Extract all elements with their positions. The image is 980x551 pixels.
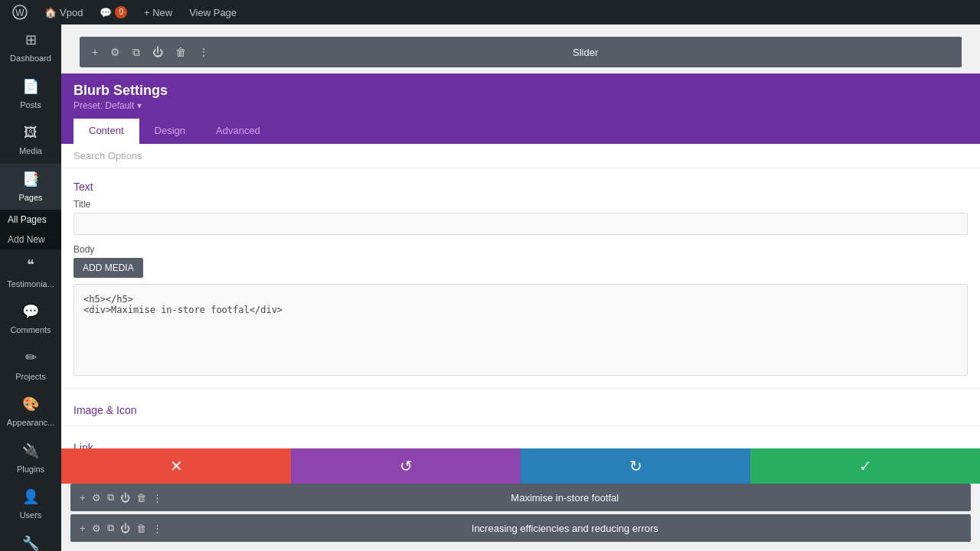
sidebar-item-label: Users [20,510,42,521]
undo-button[interactable]: ↺ [291,448,521,484]
sidebar-item-media[interactable]: 🖼 Media [0,117,61,164]
site-name-button[interactable]: 🏠 Vpod [38,0,89,24]
module-row-0-label: Maximise in-store footfal [168,492,962,504]
image-icon-section-header: Image & Icon [61,392,980,422]
settings-slider-icon[interactable]: ⚙ [107,44,123,60]
media-icon: 🖼 [24,123,38,142]
section-divider-2 [61,425,980,426]
sidebar-item-appearance[interactable]: 🎨 Appearanc... [0,389,61,435]
redo-icon: ↻ [629,457,642,475]
sidebar-item-label: Posts [20,99,41,111]
posts-icon: 📄 [22,77,39,96]
search-options: Search Options [61,144,980,168]
link-section-header: Link [61,429,980,448]
duplicate-module-1-icon[interactable]: ⧉ [107,522,114,534]
projects-icon: ✏ [25,348,37,367]
new-button[interactable]: + New [138,0,178,24]
redo-button[interactable]: ↻ [521,448,750,484]
module-row-1: + ⚙ ⧉ ⏻ 🗑 ⋮ Increasing efficiencies and … [70,514,971,542]
dashboard-icon: ⊞ [25,31,37,50]
delete-module-0-icon[interactable]: 🗑 [136,492,146,504]
settings-panel: Blurb Settings Preset: Default ▾ Content… [61,73,980,484]
delete-module-1-icon[interactable]: 🗑 [136,523,146,534]
sidebar-item-dashboard[interactable]: ⊞ Dashboard [0,24,61,71]
view-page-button[interactable]: View Page [183,0,243,24]
body-field-group: Body ADD MEDIA <h5></h5><div>Maximise in… [61,244,980,385]
sidebar-sub-add-new[interactable]: Add New [0,230,61,249]
settings-module-0-icon[interactable]: ⚙ [92,492,101,504]
sidebar-item-comments[interactable]: 💬 Comments [0,296,61,343]
sidebar-item-pages[interactable]: 📑 Pages [0,164,61,210]
slider-bar-label: Slider [218,47,952,58]
comment-icon: 💬 [100,7,112,18]
save-button[interactable]: ✓ [750,448,980,484]
more-module-0-icon[interactable]: ⋮ [152,492,162,504]
body-code-area[interactable]: <h5></h5><div>Maximise in-store footfal<… [74,284,968,376]
toggle-module-1-icon[interactable]: ⏻ [120,523,130,534]
tab-advanced[interactable]: Advanced [201,119,276,144]
module-row-0: + ⚙ ⧉ ⏻ 🗑 ⋮ Maximise in-store footfal [70,484,971,511]
house-icon: 🏠 [44,7,57,18]
undo-icon: ↺ [400,457,413,475]
more-slider-icon[interactable]: ⋮ [195,44,212,60]
duplicate-slider-icon[interactable]: ⧉ [129,44,143,60]
toggle-module-0-icon[interactable]: ⏻ [120,492,130,504]
settings-module-1-icon[interactable]: ⚙ [92,523,101,534]
toggle-slider-icon[interactable]: ⏻ [149,44,166,60]
sidebar-item-testimonials[interactable]: ❝ Testimonia... [0,249,61,296]
admin-bar: W 🏠 Vpod 💬 0 + New View Page [0,0,980,24]
section-divider-1 [61,388,980,389]
testimonials-icon: ❝ [27,256,34,275]
sidebar-sub-pages: All Pages Add New [0,210,61,249]
sidebar-item-label: Projects [15,371,46,383]
title-label: Title [74,199,968,210]
add-module-1-icon[interactable]: + [80,523,86,534]
tab-design[interactable]: Design [139,119,201,144]
sidebar-item-posts[interactable]: 📄 Posts [0,71,61,118]
duplicate-module-0-icon[interactable]: ⧉ [107,491,114,504]
action-bar: ✕ ↺ ↻ ✓ [61,448,980,484]
delete-slider-icon[interactable]: 🗑 [172,44,189,60]
sidebar-sub-all-pages[interactable]: All Pages [0,210,61,230]
svg-text:W: W [15,8,24,18]
plugins-icon: 🔌 [22,442,39,461]
sidebar-item-label: Pages [18,192,42,204]
tools-icon: 🔧 [22,534,39,551]
title-field-group: Title [61,199,980,244]
cancel-icon: ✕ [170,457,183,475]
sidebar-item-tools[interactable]: 🔧 Tools [0,528,61,551]
panel-tabs: Content Design Advanced [74,119,968,144]
title-input[interactable] [74,213,968,235]
panel-preset[interactable]: Preset: Default ▾ [74,100,968,111]
sidebar-item-label: Plugins [17,464,44,475]
text-section-header: Text [61,168,980,199]
panel-title: Blurb Settings [74,83,968,99]
add-slider-icon[interactable]: + [89,44,101,60]
sidebar-item-plugins[interactable]: 🔌 Plugins [0,435,61,482]
sidebar: ⊞ Dashboard 📄 Posts 🖼 Media 📑 Pages All … [0,24,61,551]
sidebar-item-users[interactable]: 👤 Users [0,481,61,528]
add-module-0-icon[interactable]: + [80,492,86,504]
main-content: + ⚙ ⧉ ⏻ 🗑 ⋮ Slider Blurb Settings Preset… [61,24,980,551]
comments-button[interactable]: 💬 0 [93,0,133,24]
body-label: Body [74,244,968,255]
sidebar-item-label: Dashboard [10,53,51,64]
slider-bar: + ⚙ ⧉ ⏻ 🗑 ⋮ Slider [80,37,962,67]
module-row-1-label: Increasing efficiencies and reducing err… [168,523,962,534]
sidebar-item-label: Appearanc... [7,417,54,429]
appearance-icon: 🎨 [22,395,39,414]
pages-icon: 📑 [22,170,39,189]
wp-logo-button[interactable]: W [6,0,34,24]
comments-icon: 💬 [22,302,39,321]
tab-content[interactable]: Content [74,119,139,144]
save-icon: ✓ [859,457,872,475]
module-rows: + ⚙ ⧉ ⏻ 🗑 ⋮ Maximise in-store footfal + … [61,484,980,551]
panel-header: Blurb Settings Preset: Default ▾ Content… [61,73,980,144]
users-icon: 👤 [22,487,39,507]
more-module-1-icon[interactable]: ⋮ [152,523,162,534]
add-media-button[interactable]: ADD MEDIA [74,258,143,278]
cancel-button[interactable]: ✕ [61,448,291,484]
sidebar-item-projects[interactable]: ✏ Projects [0,342,61,389]
sidebar-item-label: Testimonia... [7,279,54,290]
panel-body: Search Options Text Title Body ADD MEDIA… [61,144,980,448]
